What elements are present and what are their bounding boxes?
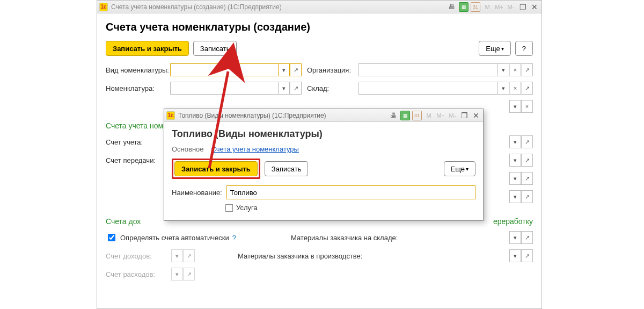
section-schet-ucheta: Счета учета номенклатуры [106,121,165,130]
open-icon[interactable]: ↗ [521,63,533,76]
popup-tabs: Основное Счета учета номенклатуры [172,145,475,153]
popup-titlebar: 1c Топливо (Виды номенклатуры) (1С:Предп… [164,109,483,122]
help-button[interactable]: ? [515,41,533,56]
vid-nomenklatury-input[interactable] [170,63,278,76]
restore-icon[interactable]: ❐ [459,111,469,120]
mat-sklad-label: Материалы заказчика на складе: [291,234,398,242]
dropdown-icon[interactable]: ▾ [509,154,521,167]
tab-main[interactable]: Основное [172,145,204,153]
schet-dohodov-label: Счет доходов: [106,252,166,260]
memory-m-icon[interactable]: M [424,111,434,120]
tab-accounts[interactable]: Счета учета номенклатуры [211,145,299,153]
page-title: Счета учета номенклатуры (создание) [106,21,533,33]
dropdown-icon[interactable]: ▾ [497,82,509,95]
memory-mminus-icon[interactable]: M- [506,2,516,12]
popup-window: 1c Топливо (Виды номенклатуры) (1С:Предп… [164,109,484,221]
calendar-icon[interactable]: 31 [412,111,422,120]
popup-more-button[interactable]: Еще [444,161,475,176]
vid-nomenklatury-input-group: ▾ ↗ [170,63,302,76]
mat-proizv-label: Материалы заказчика в производстве: [238,252,362,260]
clear-icon[interactable]: × [509,63,521,76]
sklad-input[interactable] [358,82,497,95]
open-icon[interactable]: ↗ [521,190,533,203]
organizatsiya-label: Организация: [307,66,354,74]
nomenklatura-input[interactable] [170,82,278,95]
popup-save-and-close-button[interactable]: Записать и закрыть [174,161,258,176]
schet-rashodov-label: Счет расходов: [106,270,166,278]
open-icon[interactable]: ↗ [290,82,302,95]
sklad-label: Склад: [307,84,354,92]
popup-name-input[interactable] [226,185,475,199]
save-and-close-button[interactable]: Записать и закрыть [106,41,189,56]
open-icon[interactable]: ↗ [521,82,533,95]
dropdown-icon[interactable]: ▾ [497,63,509,76]
app-icon: 1c [99,3,108,11]
popup-page-title: Топливо (Виды номенклатуры) [172,128,475,140]
dropdown-icon[interactable]: ▾ [509,172,521,185]
help-question-icon[interactable]: ? [232,234,236,242]
save-button[interactable]: Записать [193,41,237,56]
clear-icon[interactable]: × [509,82,521,95]
more-button[interactable]: Еще [479,41,510,56]
main-toolbar: Записать и закрыть Записать Еще ? [106,41,533,56]
tip-sklada-stub: ▾ × [509,100,533,113]
main-window-title: Счета учета номенклатуры (создание) (1С:… [111,3,282,11]
dropdown-icon[interactable]: ▾ [278,63,290,76]
popup-save-button[interactable]: Записать [265,161,309,176]
organizatsiya-input[interactable] [358,63,497,76]
print-icon[interactable]: 🖶 [389,111,398,120]
dropdown-icon[interactable]: ▾ [509,190,521,203]
auto-accounts-label: Определять счета автоматически [120,234,229,242]
clear-icon[interactable]: × [521,100,533,113]
dropdown-icon[interactable]: ▾ [509,231,521,244]
vid-nomenklatury-label: Вид номенклатуры: [106,66,166,74]
auto-accounts-checkbox[interactable] [108,234,115,241]
section-pererabotku-suffix: ереработку [493,217,533,226]
memory-m-icon[interactable]: M [482,2,492,12]
section-dohody: Счета дох [106,217,146,226]
dropdown-icon[interactable]: ▾ [278,82,290,95]
print-icon[interactable]: 🖶 [447,2,457,12]
dropdown-icon: ▾ [171,249,183,262]
dropdown-icon: ▾ [171,268,183,281]
close-icon[interactable]: ✕ [530,2,539,12]
memory-mplus-icon[interactable]: M+ [494,2,504,12]
app-icon: 1c [166,111,175,120]
red-highlight-box: Записать и закрыть [172,159,260,179]
sklad-input-group: ▾ × ↗ [358,82,533,95]
nomenklatura-input-group: ▾ ↗ [170,82,302,95]
open-icon: ↗ [183,268,195,281]
open-icon: ↗ [183,249,195,262]
schet-peredachi-label: Счет передачи: [106,156,166,164]
open-icon[interactable]: ↗ [521,172,533,185]
organizatsiya-input-group: ▾ × ↗ [358,63,533,76]
popup-window-title: Топливо (Виды номенклатуры) (1С:Предприя… [178,112,326,119]
schet-ucheta-label: Счет учета: [106,138,166,146]
calculator-icon[interactable]: ▦ [459,2,469,12]
calculator-icon[interactable]: ▦ [400,111,410,120]
calendar-icon[interactable]: 31 [471,2,480,12]
nomenklatura-label: Номенклатура: [106,84,166,92]
dropdown-icon[interactable]: ▾ [509,135,521,148]
memory-mplus-icon[interactable]: M+ [436,111,445,120]
open-icon[interactable]: ↗ [521,231,533,244]
open-icon[interactable]: ↗ [521,154,533,167]
open-icon[interactable]: ↗ [290,63,302,76]
main-titlebar: 1c Счета учета номенклатуры (создание) (… [97,1,541,13]
restore-icon[interactable]: ❐ [518,2,528,12]
popup-name-label: Наименование: [172,189,222,197]
dropdown-icon[interactable]: ▾ [509,249,521,262]
dropdown-icon[interactable]: ▾ [509,100,521,113]
popup-service-label: Услуга [236,204,258,212]
close-icon[interactable]: ✕ [471,111,481,120]
popup-service-checkbox[interactable] [225,204,233,212]
open-icon[interactable]: ↗ [521,249,533,262]
memory-mminus-icon[interactable]: M- [448,111,457,120]
open-icon[interactable]: ↗ [521,135,533,148]
